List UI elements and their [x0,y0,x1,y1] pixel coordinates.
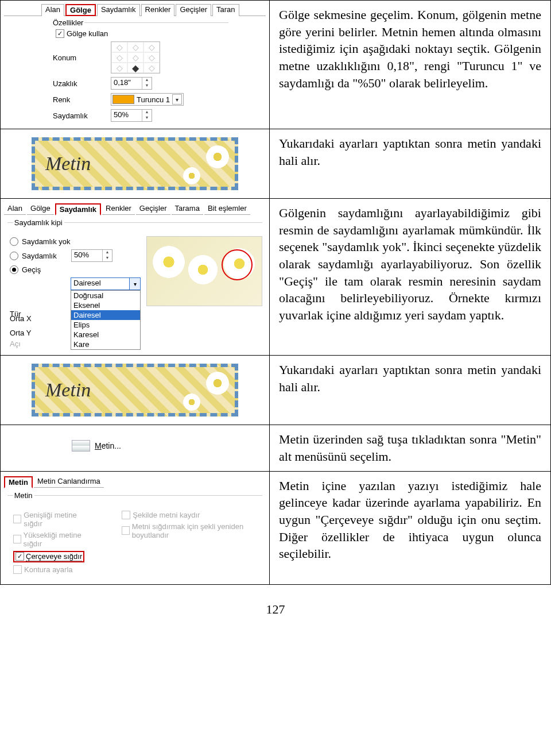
type-combo-value: Dairesel [71,278,129,290]
text-tab-panel: Metin Metin Canlandırma Metin Genişliği … [3,474,267,582]
page-number: 127 [0,602,551,617]
tab-golge[interactable]: Gölge [65,4,96,16]
type-option-selected[interactable]: Dairesel [71,310,140,320]
radio-pct-label: Saydamlık [22,252,68,260]
context-menu-label: Metin... [95,441,121,450]
transparency-tab-panel: Alan Gölge Saydamlık Renkler Geçişler Ta… [3,201,267,353]
color-value: Turuncu 1 [137,95,170,104]
radio-none[interactable] [10,237,18,246]
metin-preview-text: Metin [45,153,91,175]
tab3-tarama[interactable]: Tarama [172,203,203,215]
tab-saydamlik[interactable]: Saydamlık [97,4,140,16]
tab6-metin-canlandirma[interactable]: Metin Canlandırma [34,476,104,488]
radio-gradient[interactable] [10,265,18,274]
color-swatch [112,95,134,104]
tab-gecisler[interactable]: Geçişler [176,4,211,16]
context-menu-item-metin[interactable]: Metin... [67,439,203,453]
ortay-label: Orta Y [10,329,67,337]
tab3-golge[interactable]: Gölge [27,203,54,215]
wrap-text-checkbox[interactable] [122,511,130,519]
row4-description: Yukarıdaki ayarları yaptıktan sonra meti… [279,361,541,395]
color-picker[interactable]: Turuncu 1 ▾ [111,93,184,106]
row2-description: Yukarıdaki ayarları yaptıktan sonra meti… [279,135,541,169]
tab3-saydamlik[interactable]: Saydamlık [55,203,101,215]
fit-height-checkbox[interactable] [13,535,21,543]
use-shadow-label: Gölge kullan [67,29,108,38]
fit-contour-label: Kontura ayarla [24,565,73,574]
transparency-spinner[interactable]: 50% ▲▼ [111,109,152,122]
text-icon [72,440,90,452]
properties-legend: Özellikler [53,18,84,27]
type-option[interactable]: Doğrusal [71,291,140,300]
fit-width-checkbox[interactable] [13,515,21,523]
tab6-metin[interactable]: Metin [4,476,33,488]
metin-preview-box-2: Metin [32,364,238,416]
type-option[interactable]: Eksenel [71,300,140,310]
row3-description: Gölgenin saydamlığını ayarlayabildiğimiz… [279,205,541,324]
shadow-tab-panel: Alan Gölge Saydamlık Renkler Geçişler Ta… [3,3,267,126]
distance-spinner[interactable]: 0,18" ▲▼ [111,77,152,90]
uzaklik-label: Uzaklık [53,79,107,88]
use-shadow-checkbox[interactable] [56,29,64,38]
fit-frame-highlight: Çerçeveye sığdır [13,551,84,562]
radio-gradient-label: Geçiş [22,265,41,274]
pct-spinner[interactable]: 50% ▲▼ [71,249,112,262]
type-option[interactable]: Elips [71,320,140,330]
type-option[interactable]: Kare [71,340,140,349]
metin-preview-box: Metin [32,137,238,190]
row6-description: Metin içine yazılan yazıyı istediğimiz h… [279,477,541,562]
tab-strip-6: Metin Metin Canlandırma [4,476,266,488]
saydamlik-label: Saydamlık [53,111,107,120]
konum-label: Konum [53,53,107,62]
type-option[interactable]: Karesel [71,330,140,340]
position-grid[interactable]: ◇◇◇ ◇◇◇ ◇◆◇ [111,41,160,74]
row1-description: Gölge sekmesine geçelim. Konum, gölgenin… [279,6,541,91]
preview-thumbnail [146,236,262,306]
tab-alan[interactable]: Alan [41,4,64,16]
tab3-bitesl[interactable]: Bit eşlemler [204,203,250,215]
type-dropdown-list[interactable]: Doğrusal Eksenel Dairesel Elips Karesel … [71,290,141,350]
red-circle-annotation [222,249,253,280]
fit-width-label: Genişliği metine sığdır [24,511,93,528]
chevron-down-icon[interactable]: ▾ [129,278,140,290]
tab-tarama[interactable]: Taran [212,4,239,16]
fit-contour-checkbox[interactable] [13,565,22,574]
ortax-label: Orta X [10,314,67,323]
renk-label: Renk [53,95,107,104]
tab-strip-3: Alan Gölge Saydamlık Renkler Geçişler Ta… [4,203,266,215]
tab3-gecisler[interactable]: Geçişler [136,203,170,215]
tab3-renkler[interactable]: Renkler [102,203,135,215]
wrap-text-label: Şekilde metni kaydır [133,511,200,519]
metin-preview-text-2: Metin [45,379,91,401]
fit-frame-label: Çerçeveye sığdır [26,552,82,561]
pct-value: 50% [72,250,102,261]
tab-strip: Alan Gölge Saydamlık Renkler Geçişler Ta… [4,4,266,16]
aci-label: Açı [10,340,67,348]
distance-value: 0,18" [111,78,142,89]
radio-none-label: Saydamlık yok [22,237,71,246]
resize-shape-label: Metni sığdırmak için şekli yeniden boyut… [132,522,266,539]
tab-renkler[interactable]: Renkler [141,4,175,16]
transparency-value: 50% [111,110,142,121]
transparency-mode-legend: Saydamlık kipi [13,218,64,227]
tab3-alan[interactable]: Alan [4,203,26,215]
chevron-down-icon[interactable]: ▾ [172,94,182,105]
fit-frame-checkbox[interactable] [15,552,24,561]
text-fieldset-legend: Metin [13,491,34,500]
row5-description: Metin üzerinden sağ tuşa tıkladıktan son… [279,431,541,465]
type-combo[interactable]: Dairesel ▾ [71,277,141,290]
resize-shape-checkbox[interactable] [122,526,130,535]
fit-height-label: Yüksekliği metine sığdır [24,531,94,548]
radio-pct[interactable] [10,252,18,260]
